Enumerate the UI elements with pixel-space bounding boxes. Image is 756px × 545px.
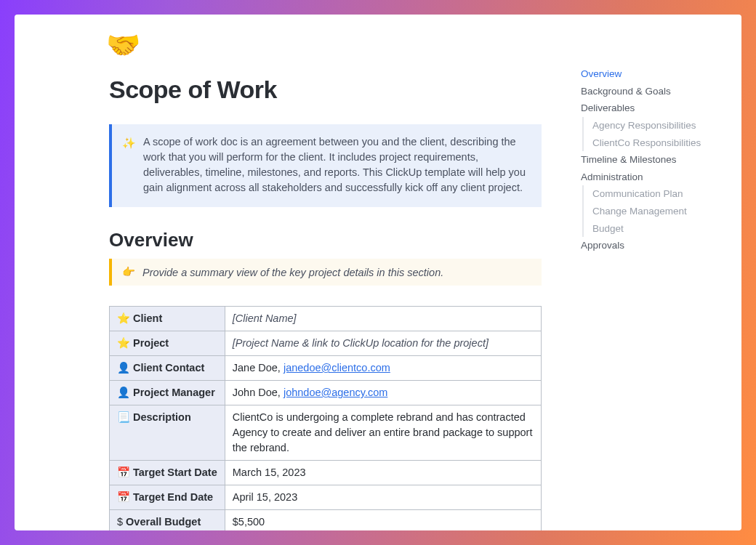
toc-item-timeline[interactable]: Timeline & Milestones [581,151,727,169]
calendar-icon: 📅 [117,467,130,478]
page-icon: 📃 [117,411,130,423]
intro-callout-text: A scope of work doc is an agreement betw… [143,134,528,195]
row-label: Target Start Date [133,467,217,478]
intro-callout: ✨ A scope of work doc is an agreement be… [109,124,542,207]
row-label: Client [133,312,162,324]
overview-table: ⭐Client [Client Name] ⭐Project [Project … [109,306,542,530]
pm-email-link[interactable]: johndoe@agency.com [284,387,387,398]
toc-item-communication-plan[interactable]: Communication Plan [592,185,727,203]
overview-heading: Overview [109,229,542,251]
person-icon: 👤 [117,362,130,374]
toc-item-approvals[interactable]: Approvals [581,237,727,254]
table-row: ⭐Client [Client Name] [110,307,542,331]
table-row: $Overall Budget $5,500 [110,510,542,530]
row-label: Overall Budget [126,516,201,528]
toc-item-agency-responsibilities[interactable]: Agency Responsibilities [592,117,727,134]
table-of-contents: Overview Background & Goals Deliverables… [571,15,741,530]
row-label: Description [133,411,191,423]
page-emoji-icon: 🤝 [106,29,542,61]
row-label: Project Manager [133,387,215,398]
toc-item-budget[interactable]: Budget [592,220,727,238]
start-date-value[interactable]: March 15, 2023 [233,467,306,478]
sparkle-icon: ✨ [122,135,136,151]
table-row: 👤Project Manager John Doe, johndoe@agenc… [110,381,542,405]
pointing-icon: 👉 [122,266,135,278]
page-title: Scope of Work [109,76,542,104]
star-icon: ⭐ [117,312,130,324]
dollar-icon: $ [117,516,123,528]
pm-name: John Doe, [233,387,284,398]
client-contact-name: Jane Doe, [233,362,284,374]
toc-item-deliverables[interactable]: Deliverables [581,100,727,117]
project-value[interactable]: [Project Name & link to ClickUp location… [233,337,488,349]
row-label: Project [133,337,169,349]
table-row: 📃Description ClientCo is undergoing a co… [110,405,542,461]
star-icon: ⭐ [117,337,130,349]
overview-hint: 👉 Provide a summary view of the key proj… [109,259,542,286]
end-date-value[interactable]: April 15, 2023 [233,491,297,503]
description-value[interactable]: ClientCo is undergoing a complete rebran… [233,411,533,453]
toc-item-change-management[interactable]: Change Management [592,203,727,220]
row-label: Client Contact [133,362,204,374]
row-label: Target End Date [133,491,213,503]
person-icon: 👤 [117,387,130,398]
overview-hint-text: Provide a summary view of the key projec… [142,267,443,278]
table-row: 📅Target End Date April 15, 2023 [110,485,542,510]
client-contact-email-link[interactable]: janedoe@clientco.com [284,362,390,374]
document-main: 🤝 Scope of Work ✨ A scope of work doc is… [15,15,571,530]
document-card: 🤝 Scope of Work ✨ A scope of work doc is… [15,15,741,530]
toc-item-clientco-responsibilities[interactable]: ClientCo Responsibilities [592,134,727,152]
toc-item-overview[interactable]: Overview [581,65,727,83]
toc-item-administration[interactable]: Administration [581,169,727,186]
table-row: 📅Target Start Date March 15, 2023 [110,461,542,485]
toc-item-background[interactable]: Background & Goals [581,83,727,100]
calendar-icon: 📅 [117,491,130,503]
budget-value[interactable]: $5,500 [233,516,265,528]
table-row: 👤Client Contact Jane Doe, janedoe@client… [110,356,542,381]
client-value[interactable]: [Client Name] [233,312,297,324]
table-row: ⭐Project [Project Name & link to ClickUp… [110,331,542,356]
